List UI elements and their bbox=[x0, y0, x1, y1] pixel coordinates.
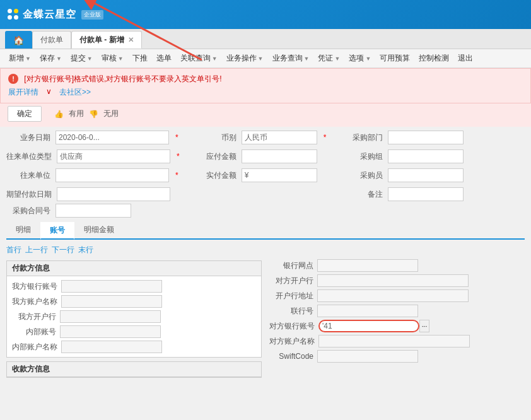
toolbar-biz-op-btn[interactable]: 业务操作 ▼ bbox=[223, 51, 267, 66]
counterpart-name-input[interactable] bbox=[318, 335, 470, 347]
bank-site-input[interactable] bbox=[317, 259, 418, 272]
error-text: ! [对方银行账号]格式错误,对方银行账号不要录入英文单引号! bbox=[8, 74, 523, 85]
union-code-input[interactable] bbox=[317, 305, 418, 317]
toolbar-options-btn[interactable]: 选项 ▼ bbox=[345, 51, 375, 66]
nav-last-btn[interactable]: 末行 bbox=[78, 245, 93, 255]
actual-input[interactable] bbox=[242, 168, 317, 182]
counterpart-name-label: 对方账户名称 bbox=[269, 336, 315, 347]
error-links: 展开详情 ∨ 去社区>> bbox=[8, 87, 523, 98]
union-code-row: 联行号 bbox=[269, 305, 525, 317]
tab-bar: 🏠 付款单 付款单 - 新增 ✕ bbox=[0, 29, 531, 49]
buyer-input[interactable] bbox=[388, 168, 464, 182]
our-account-name-label: 我方账户名称 bbox=[12, 296, 57, 307]
toolbar-exit-label: 退出 bbox=[458, 53, 473, 64]
go-community-link[interactable]: 去社区>> bbox=[59, 87, 91, 98]
top-bar: 金蝶云星空 企业版 bbox=[0, 0, 531, 29]
section-tab-account[interactable]: 账号 bbox=[40, 222, 74, 240]
bank-site-label: 银行网点 bbox=[269, 260, 313, 271]
logo-dot-4 bbox=[14, 15, 18, 20]
bank-site-row: 银行网点 bbox=[269, 259, 525, 272]
toolbar-submit-label: 提交 bbox=[71, 53, 86, 64]
section-tab-amount[interactable]: 明细金额 bbox=[74, 221, 124, 238]
internal-account-input[interactable] bbox=[60, 325, 161, 338]
toolbar-voucher-arrow: ▼ bbox=[334, 55, 340, 62]
form-row-buyer: 采购员 bbox=[339, 168, 464, 182]
toolbar-select-label: 选单 bbox=[156, 53, 172, 64]
swift-code-input[interactable] bbox=[317, 350, 418, 363]
section-tab-detail[interactable]: 明细 bbox=[6, 221, 40, 238]
bank-address-input[interactable] bbox=[317, 289, 469, 302]
tab-payment-new-label: 付款单 - 新增 bbox=[79, 35, 124, 45]
edition-badge: 企业版 bbox=[81, 10, 103, 20]
internal-account-label: 内部账号 bbox=[12, 327, 56, 337]
nav-first-btn[interactable]: 首行 bbox=[6, 245, 21, 255]
bank-address-label: 开户行地址 bbox=[269, 291, 313, 301]
toolbar-save-btn[interactable]: 保存 ▼ bbox=[36, 51, 66, 66]
error-icon: ! bbox=[8, 74, 18, 84]
date-required: * bbox=[175, 133, 178, 142]
tab-home[interactable]: 🏠 bbox=[5, 31, 32, 49]
logo-text: 金蝶云星空 bbox=[23, 8, 76, 21]
toolbar-biz-query-btn[interactable]: 业务查询 ▼ bbox=[269, 51, 313, 66]
tab-payment[interactable]: 付款单 bbox=[32, 31, 71, 49]
form-row-contract: 采购合同号 bbox=[6, 204, 525, 218]
logo-dot-2 bbox=[14, 9, 18, 13]
tab-payment-new[interactable]: 付款单 - 新增 ✕ bbox=[71, 31, 142, 49]
partner-type-input[interactable] bbox=[57, 149, 170, 163]
nav-prev-btn[interactable]: 上一行 bbox=[25, 245, 48, 255]
business-date-input[interactable] bbox=[55, 131, 169, 144]
buyer-label: 采购员 bbox=[339, 170, 383, 181]
toolbar-audit-btn[interactable]: 审核 ▼ bbox=[98, 51, 127, 66]
counterpart-account-input[interactable] bbox=[318, 320, 419, 332]
toolbar-audit-arrow: ▼ bbox=[118, 55, 124, 62]
our-bank-account-input[interactable] bbox=[61, 280, 162, 293]
expand-details-link[interactable]: 展开详情 bbox=[8, 87, 38, 98]
payable-input[interactable] bbox=[242, 149, 317, 163]
payment-info-fields: 我方银行账号 我方账户名称 我方开户行 bbox=[12, 280, 162, 353]
toolbar-biz-query-label: 业务查询 bbox=[272, 53, 303, 64]
receiver-info-title: 收款方信息 bbox=[7, 362, 261, 377]
partner-type-label: 往来单位类型 bbox=[6, 151, 52, 162]
nav-next-btn[interactable]: 下一行 bbox=[52, 245, 74, 255]
toolbar-submit-btn[interactable]: 提交 ▼ bbox=[67, 51, 96, 66]
our-bank-input[interactable] bbox=[60, 310, 161, 323]
internal-account-row: 内部账号 bbox=[12, 325, 162, 338]
toolbar-budget-btn[interactable]: 可用预算 bbox=[376, 51, 414, 66]
group-input[interactable] bbox=[388, 149, 464, 163]
counterpart-bank-input[interactable] bbox=[317, 274, 469, 287]
our-bank-label: 我方开户行 bbox=[12, 312, 56, 322]
internal-account-name-input[interactable] bbox=[61, 341, 162, 353]
section-tab-detail-label: 明细 bbox=[16, 225, 31, 234]
form-section-top: 业务日期 * 往来单位类型 * 往来单位 * bbox=[6, 131, 525, 204]
toolbar-exit-btn[interactable]: 退出 bbox=[454, 51, 477, 66]
contract-input[interactable] bbox=[55, 204, 131, 218]
confirm-button[interactable]: 确定 bbox=[8, 106, 42, 122]
toolbar-control-btn[interactable]: 控制检测 bbox=[415, 51, 453, 66]
note-input[interactable] bbox=[388, 187, 464, 201]
toolbar-select-btn[interactable]: 选单 bbox=[153, 51, 175, 66]
toolbar-assoc-btn[interactable]: 关联查询 ▼ bbox=[177, 51, 221, 66]
counterpart-account-ellipsis-btn[interactable]: ··· bbox=[419, 320, 429, 332]
partner-input[interactable] bbox=[55, 168, 169, 182]
currency-input[interactable] bbox=[242, 131, 317, 144]
partner-type-required: * bbox=[177, 152, 180, 161]
logo-dot-1 bbox=[8, 9, 12, 13]
logo: 金蝶云星空 企业版 bbox=[8, 8, 103, 21]
thumb-down-icon: 👎 bbox=[89, 110, 98, 119]
toolbar-push-btn[interactable]: 下推 bbox=[129, 51, 151, 66]
toolbar-new-btn[interactable]: 新增 ▼ bbox=[5, 51, 35, 66]
tab-close-icon[interactable]: ✕ bbox=[128, 36, 134, 44]
logo-dot-3 bbox=[8, 15, 12, 20]
swift-code-row: SwiftCode bbox=[269, 350, 525, 363]
toolbar-voucher-btn[interactable]: 凭证 ▼ bbox=[314, 51, 344, 66]
counterpart-account-label: 对方银行账号 bbox=[269, 321, 315, 332]
toolbar-assoc-label: 关联查询 bbox=[180, 53, 211, 64]
our-account-name-input[interactable] bbox=[61, 295, 162, 308]
link-separator: ∨ bbox=[46, 87, 52, 98]
confirm-row: 确定 👍 有用 👎 无用 bbox=[0, 103, 531, 127]
form-row-actual: 实付金额 bbox=[192, 168, 327, 182]
dept-input[interactable] bbox=[388, 131, 464, 144]
counterpart-account-row: 对方银行账号 ··· bbox=[269, 320, 525, 332]
expected-date-input[interactable] bbox=[57, 187, 170, 201]
form-col-left: 业务日期 * 往来单位类型 * 往来单位 * bbox=[6, 131, 180, 204]
